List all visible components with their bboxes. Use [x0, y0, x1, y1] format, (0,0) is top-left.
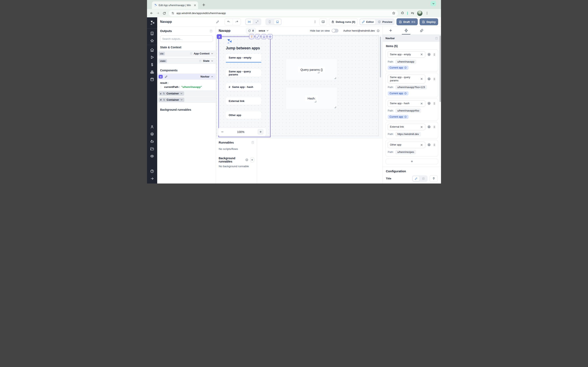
sidebar-item-resources-icon[interactable] — [150, 70, 154, 74]
resize-handle[interactable] — [334, 77, 336, 79]
path-value[interactable]: u/henri/navapp#foo — [395, 108, 421, 113]
app-nav-button[interactable]: Same app - empty — [226, 54, 261, 61]
redo-button[interactable] — [233, 19, 241, 25]
drag-handle-icon[interactable] — [433, 53, 436, 56]
sidebar-item-variables-icon[interactable] — [150, 63, 154, 67]
nav-item-label-pill[interactable]: External link — [388, 124, 425, 130]
remove-item-icon[interactable] — [420, 143, 423, 146]
component-row-container[interactable]: eContainer — [157, 91, 216, 96]
sidebar-item-runs-icon[interactable] — [150, 55, 154, 59]
chevron-down-icon[interactable] — [211, 59, 214, 62]
info-icon[interactable] — [377, 29, 380, 32]
connect-button[interactable] — [430, 175, 438, 182]
info-icon[interactable] — [404, 67, 407, 69]
sidebar-item-home-icon[interactable] — [150, 48, 154, 52]
panel-doc-icon[interactable] — [251, 141, 254, 144]
canvas-scrollbar[interactable] — [380, 37, 381, 77]
expression-mode-button[interactable] — [420, 176, 427, 181]
info-icon[interactable] — [245, 158, 248, 161]
chevron-down-icon[interactable] — [180, 92, 183, 95]
remove-item-icon[interactable] — [420, 125, 423, 128]
sidebar-expand-icon[interactable] — [150, 176, 154, 181]
panel-doc-icon[interactable] — [435, 37, 438, 40]
item-settings-gear-icon[interactable] — [427, 102, 431, 105]
ctx-row[interactable]: ctx App Context — [157, 50, 216, 57]
sidebar-item-favorites-icon[interactable] — [150, 39, 154, 43]
forward-icon[interactable] — [156, 11, 160, 15]
address-bar[interactable]: app.windmill.dev/apps/edit/u/henri/navap… — [169, 10, 398, 16]
zoom-in-button[interactable] — [258, 129, 264, 135]
drag-handle-icon[interactable] — [433, 77, 436, 81]
rename-app-pencil-icon[interactable] — [216, 20, 219, 24]
drag-handle-icon[interactable] — [433, 125, 436, 128]
search-outputs-input[interactable] — [160, 35, 213, 42]
nav-item-label-pill[interactable]: Same app - empty — [388, 51, 425, 58]
draft-button[interactable]: Draft ⌘S — [397, 18, 418, 25]
query-params-container[interactable]: Query params {} — [286, 59, 337, 80]
app-nav-button[interactable]: External link — [226, 97, 261, 105]
pencil-icon[interactable] — [165, 75, 168, 78]
sidebar-item-workers-icon[interactable] — [150, 140, 154, 143]
sidebar-item-settings-icon[interactable] — [150, 132, 154, 136]
undo-button[interactable] — [225, 19, 233, 25]
docs-button[interactable] — [319, 18, 327, 25]
hash-container[interactable]: Hash: — [286, 87, 337, 109]
chevron-down-icon[interactable] — [211, 52, 214, 55]
drag-handle-icon[interactable] — [433, 143, 436, 146]
component-row-navbar[interactable]: a Navbar — [157, 74, 216, 80]
app-nav-button[interactable]: #Same app - hash — [226, 83, 261, 91]
back-icon[interactable] — [150, 11, 153, 15]
panel-doc-icon[interactable] — [209, 29, 213, 33]
extensions-puzzle-icon[interactable] — [401, 11, 404, 15]
refresh-count-button[interactable]: 0 — [246, 28, 256, 34]
remove-item-icon[interactable] — [420, 53, 423, 56]
browser-profile-avatar[interactable] — [417, 11, 423, 16]
path-value[interactable]: u/henri/recipes — [395, 150, 416, 154]
add-background-runnable-button[interactable] — [250, 157, 254, 162]
desktop-view-button[interactable] — [274, 19, 281, 25]
mobile-view-button[interactable] — [266, 19, 273, 25]
bookmark-star-icon[interactable] — [392, 11, 396, 15]
reload-icon[interactable] — [163, 11, 166, 15]
tab-insert-component[interactable] — [386, 26, 395, 34]
selected-navbar-component[interactable]: a Jump between apps Same app - emptySame… — [218, 36, 270, 137]
item-settings-gear-icon[interactable] — [427, 77, 431, 81]
path-value[interactable]: https://windmill.dev — [395, 132, 421, 136]
sidebar-item-audit-icon[interactable] — [150, 154, 154, 158]
nav-item-label-pill[interactable]: Same app - hash — [388, 100, 425, 107]
zoom-out-icon[interactable] — [221, 130, 224, 133]
app-nav-button[interactable]: Same app - query params — [226, 69, 261, 77]
chevron-down-icon[interactable] — [180, 99, 183, 101]
canvas-grid[interactable]: a Jump between apps Same app - emptySame… — [216, 35, 379, 136]
sidebar-item-schedules-icon[interactable] — [150, 77, 154, 81]
app-nav-button[interactable]: Other app — [226, 111, 261, 119]
tab-close-icon[interactable] — [194, 4, 196, 7]
sidebar-item-folders-icon[interactable] — [150, 147, 154, 151]
drag-handle-icon[interactable] — [433, 102, 436, 105]
nav-item-label-pill[interactable]: Other app — [388, 142, 425, 148]
component-row-container[interactable]: dContainer — [157, 97, 216, 103]
deploy-button[interactable]: Deploy — [420, 18, 438, 25]
run-mode-dropdown[interactable]: once — [259, 29, 269, 32]
info-icon[interactable] — [404, 116, 407, 118]
new-tab-button[interactable] — [202, 3, 206, 7]
tab-strip-chevron-button[interactable] — [431, 1, 436, 6]
resize-handle[interactable] — [318, 72, 319, 73]
debug-runs-button[interactable]: Debug runs (0) — [329, 18, 357, 25]
windmill-logo[interactable] — [149, 20, 155, 25]
item-settings-gear-icon[interactable] — [427, 125, 431, 129]
canvas-body[interactable]: a Jump between apps Same app - emptySame… — [216, 35, 382, 138]
resize-handle[interactable] — [315, 101, 316, 102]
tab-component-settings[interactable] — [402, 26, 410, 34]
tab-styling[interactable] — [417, 26, 426, 34]
path-value[interactable]: u/henri/navapp — [395, 59, 416, 64]
hide-bar-toggle[interactable] — [332, 29, 338, 33]
browser-menu-icon[interactable] — [425, 11, 429, 15]
sidebar-help-icon[interactable] — [150, 169, 154, 173]
state-row[interactable]: state State — [157, 58, 216, 64]
chevron-up-icon[interactable] — [211, 75, 214, 78]
centered-layout-button[interactable] — [246, 19, 253, 25]
add-nav-item-button[interactable] — [385, 159, 438, 164]
item-settings-gear-icon[interactable] — [427, 143, 431, 147]
remove-item-icon[interactable] — [420, 77, 423, 80]
